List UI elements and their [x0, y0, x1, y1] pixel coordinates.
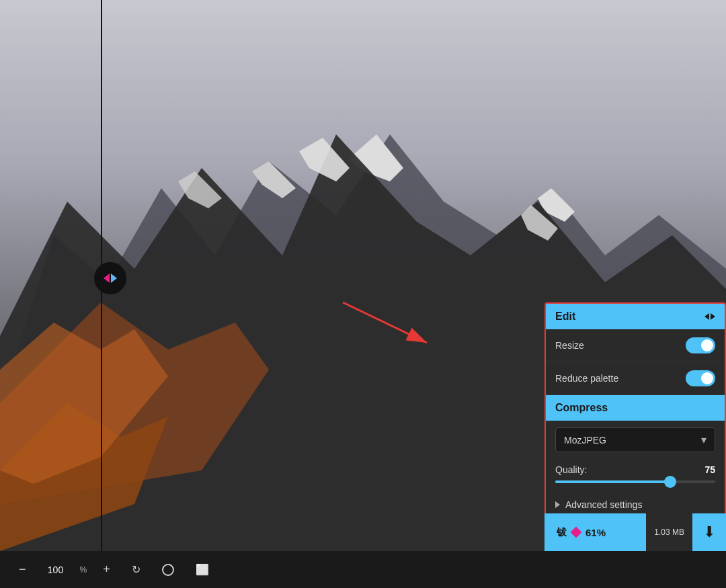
- compress-percent-label: 61%: [586, 527, 606, 538]
- compress-button[interactable]: 钹 61%: [544, 513, 646, 551]
- size-info: 1.03 MB: [646, 513, 692, 551]
- quality-label: Quality:: [555, 464, 587, 475]
- edit-section-icon: [704, 313, 715, 320]
- resize-label: Resize: [555, 340, 584, 351]
- quality-slider-track[interactable]: [555, 480, 715, 483]
- resize-row: Resize: [546, 329, 725, 362]
- zoom-value-display: 100: [42, 564, 69, 575]
- edit-section-header[interactable]: Edit: [546, 304, 725, 329]
- zoom-unit-label: %: [80, 565, 87, 575]
- compress-title: Compress: [555, 402, 608, 414]
- file-size-label: 1.03 MB: [654, 528, 684, 537]
- crop-button[interactable]: ⬜: [190, 560, 214, 579]
- codec-label: MozJPEG: [564, 435, 606, 446]
- arrow-left-icon: [104, 274, 110, 283]
- reduce-palette-row: Reduce palette: [546, 362, 725, 395]
- reduce-palette-toggle-track: [686, 370, 715, 386]
- quality-value: 75: [704, 464, 715, 475]
- resize-toggle-thumb: [701, 339, 713, 351]
- resize-toggle-track: [686, 337, 715, 353]
- diamond-icon: [571, 527, 582, 538]
- compress-button-label: 钹: [557, 526, 567, 539]
- zoom-out-button[interactable]: −: [13, 560, 32, 579]
- download-button[interactable]: ⬇: [692, 513, 726, 551]
- crop-icon: ⬜: [196, 563, 209, 576]
- circle-icon: [162, 564, 174, 576]
- resize-toggle[interactable]: [686, 337, 715, 353]
- rotate-button[interactable]: ↻: [126, 560, 146, 579]
- arrow-right-icon: [111, 274, 117, 283]
- compress-section-header[interactable]: Compress: [546, 395, 725, 421]
- codec-dropdown-row: MozJPEG ▾: [546, 421, 725, 459]
- codec-dropdown[interactable]: MozJPEG ▾: [555, 427, 715, 452]
- action-bar: 钹 61% 1.03 MB ⬇: [544, 513, 726, 551]
- quality-slider-thumb[interactable]: [664, 476, 676, 488]
- circle-button[interactable]: [157, 561, 179, 579]
- edit-title: Edit: [555, 310, 575, 323]
- reduce-palette-toggle-thumb: [701, 372, 713, 384]
- download-icon: ⬇: [703, 523, 715, 541]
- zoom-in-button[interactable]: +: [97, 560, 116, 579]
- reduce-palette-label: Reduce palette: [555, 373, 618, 384]
- quality-row: Quality: 75: [546, 459, 725, 491]
- plus-icon: +: [103, 562, 110, 577]
- reduce-palette-toggle[interactable]: [686, 370, 715, 386]
- bottom-toolbar: − 100 % + ↻ ⬜: [0, 551, 726, 588]
- advanced-settings-label: Advanced settings: [565, 499, 642, 510]
- quality-header: Quality: 75: [555, 464, 715, 475]
- minus-icon: −: [19, 562, 26, 577]
- compare-handle[interactable]: [94, 262, 126, 294]
- quality-slider-fill: [555, 480, 670, 483]
- dropdown-arrow-icon: ▾: [701, 433, 707, 446]
- right-panel: Edit Resize Reduce palette Compress MozJ…: [544, 302, 726, 519]
- chevron-right-icon: [711, 313, 715, 320]
- chevron-left-icon: [704, 313, 709, 320]
- rotate-icon: ↻: [132, 563, 140, 576]
- chevron-right-small-icon: [555, 501, 560, 508]
